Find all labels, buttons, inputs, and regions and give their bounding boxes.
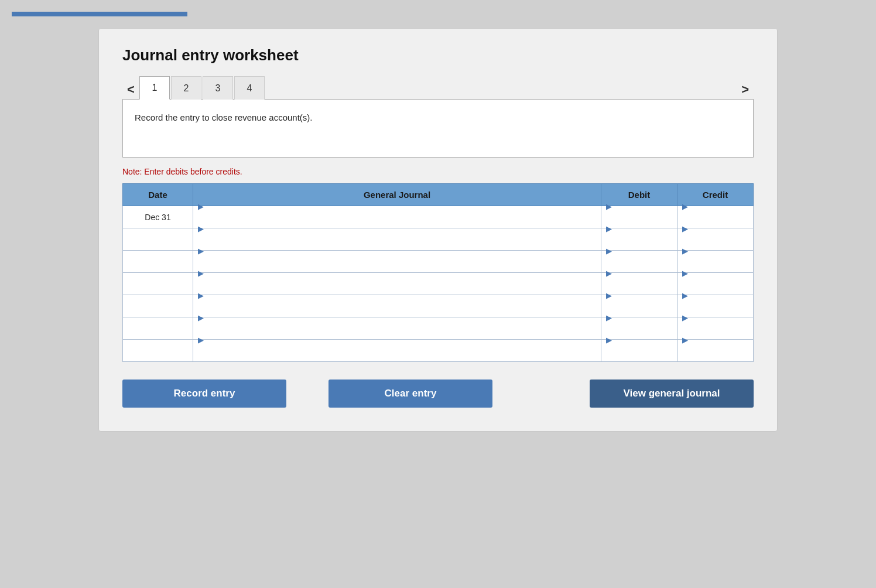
credit-cell-6[interactable]: ▶ — [677, 340, 754, 362]
date-cell-1 — [123, 228, 193, 251]
header-general-journal: General Journal — [193, 184, 601, 206]
next-tab-button[interactable]: > — [737, 81, 754, 98]
credit-input-6[interactable] — [682, 344, 748, 366]
general-journal-cell-4[interactable]: ▶ — [193, 295, 601, 317]
general-journal-input-6[interactable] — [198, 344, 596, 366]
note-text: Note: Enter debits before credits. — [122, 167, 754, 176]
general-journal-cell-6[interactable]: ▶ — [193, 340, 601, 362]
table-row: ▶▶▶ — [123, 228, 754, 251]
journal-table: Date General Journal Debit Credit Dec 31… — [122, 183, 754, 362]
tab-1[interactable]: 1 — [139, 76, 170, 100]
tab-3[interactable]: 3 — [203, 76, 233, 100]
tab-4[interactable]: 4 — [234, 76, 265, 100]
tab-2[interactable]: 2 — [171, 76, 201, 100]
page-container: Journal entry worksheet < 1 2 3 4 > Reco… — [0, 12, 876, 588]
general-journal-cell-1[interactable]: ▶ — [193, 228, 601, 251]
general-journal-cell-0[interactable]: ▶ — [193, 206, 601, 228]
worksheet-card: Journal entry worksheet < 1 2 3 4 > Reco… — [98, 28, 778, 432]
general-journal-cell-2[interactable]: ▶ — [193, 251, 601, 273]
record-entry-button[interactable]: Record entry — [122, 380, 286, 408]
view-general-journal-button[interactable]: View general journal — [590, 380, 754, 408]
header-date: Date — [123, 184, 193, 206]
date-cell-4 — [123, 295, 193, 317]
debit-cell-6[interactable]: ▶ — [601, 340, 677, 362]
table-row: ▶▶▶ — [123, 295, 754, 317]
table-row: ▶▶▶ — [123, 251, 754, 273]
general-journal-cell-5[interactable]: ▶ — [193, 317, 601, 340]
top-bar — [12, 12, 187, 16]
debit-input-6[interactable] — [606, 344, 672, 366]
table-row: ▶▶▶ — [123, 317, 754, 340]
instruction-box: Record the entry to close revenue accoun… — [122, 99, 754, 158]
instruction-text: Record the entry to close revenue accoun… — [135, 111, 741, 125]
general-journal-cell-3[interactable]: ▶ — [193, 273, 601, 295]
date-cell-6 — [123, 340, 193, 362]
table-row: ▶▶▶ — [123, 273, 754, 295]
buttons-row: Record entry Clear entry View general jo… — [122, 380, 754, 408]
prev-tab-button[interactable]: < — [122, 81, 139, 98]
date-cell-5 — [123, 317, 193, 340]
date-cell-2 — [123, 251, 193, 273]
table-row: ▶▶▶ — [123, 340, 754, 362]
page-title: Journal entry worksheet — [122, 46, 754, 64]
date-cell-0: Dec 31 — [123, 206, 193, 228]
tabs-row: < 1 2 3 4 > — [122, 76, 754, 100]
clear-entry-button[interactable]: Clear entry — [328, 380, 492, 408]
date-cell-3 — [123, 273, 193, 295]
table-row: Dec 31▶▶▶ — [123, 206, 754, 228]
